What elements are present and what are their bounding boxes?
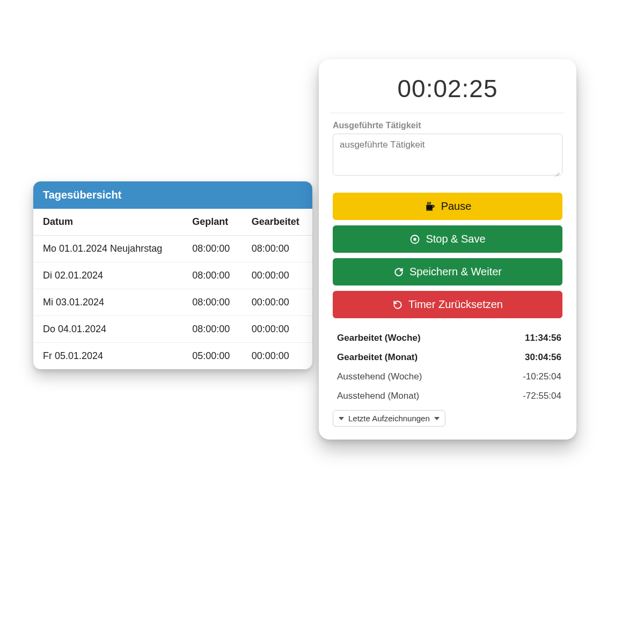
- pause-button[interactable]: Pause: [333, 193, 562, 220]
- cell-worked: 00:00:00: [242, 262, 312, 289]
- timer-display: 00:02:25: [333, 74, 562, 113]
- timer-card: 00:02:25 Ausgeführte Tätigkeit Pause: [319, 59, 576, 440]
- activity-label: Ausgeführte Tätigkeit: [333, 121, 562, 130]
- stop-circle-icon: [409, 234, 420, 245]
- pending-week-label: Ausstehend (Woche): [337, 371, 422, 382]
- svg-rect-1: [414, 238, 416, 240]
- refresh-icon: [393, 267, 404, 277]
- cell-worked: 00:00:00: [242, 316, 312, 343]
- pending-month-value: -72:55:04: [523, 391, 561, 401]
- worked-month-value: 30:04:56: [525, 352, 561, 363]
- table-row: Fr 05.01.202405:00:0000:00:00: [33, 343, 312, 370]
- pending-week-value: -10:25:04: [523, 371, 561, 382]
- cell-planned: 08:00:00: [182, 316, 241, 343]
- coffee-icon: [424, 201, 436, 212]
- cell-date: Di 02.01.2024: [33, 262, 182, 289]
- day-overview-card: Tagesübersicht Datum Geplant Gearbeitet …: [33, 181, 312, 369]
- save-continue-button[interactable]: Speichern & Weiter: [333, 258, 562, 286]
- worked-month-label: Gearbeitet (Monat): [337, 352, 418, 363]
- col-planned: Geplant: [182, 209, 241, 236]
- cell-date: Do 04.01.2024: [33, 316, 182, 343]
- undo-icon: [392, 299, 403, 310]
- recent-recordings-label: Letzte Aufzeichnungen: [348, 414, 430, 423]
- table-row: Do 04.01.202408:00:0000:00:00: [33, 316, 312, 343]
- pause-button-label: Pause: [441, 200, 472, 213]
- cell-worked: 00:00:00: [242, 289, 312, 316]
- chevron-down-icon: [434, 417, 440, 420]
- timer-summary: Gearbeitet (Woche) 11:34:56 Gearbeitet (…: [333, 328, 562, 406]
- day-overview-title: Tagesübersicht: [33, 181, 312, 209]
- cell-date[interactable]: Mo 01.01.2024 Neujahrstag: [33, 236, 182, 262]
- divider: [331, 113, 565, 113]
- cell-planned: 08:00:00: [182, 289, 241, 316]
- save-continue-button-label: Speichern & Weiter: [409, 266, 502, 278]
- activity-input[interactable]: [333, 134, 562, 175]
- table-row: Mi 03.01.202408:00:0000:00:00: [33, 289, 312, 316]
- cell-planned: 08:00:00: [182, 236, 241, 262]
- chevron-down-icon: [339, 417, 344, 420]
- table-row: Mo 01.01.2024 Neujahrstag08:00:0008:00:0…: [33, 236, 312, 262]
- worked-week-value: 11:34:56: [525, 333, 561, 343]
- col-worked: Gearbeitet: [242, 209, 312, 236]
- col-date: Datum: [33, 209, 182, 236]
- cell-worked: 00:00:00: [242, 343, 312, 370]
- day-overview-table: Datum Geplant Gearbeitet Mo 01.01.2024 N…: [33, 209, 312, 369]
- pending-month-label: Ausstehend (Monat): [337, 391, 419, 401]
- stop-save-button[interactable]: Stop & Save: [333, 225, 562, 253]
- reset-timer-button-label: Timer Zurücksetzen: [408, 298, 503, 311]
- cell-date: Fr 05.01.2024: [33, 343, 182, 370]
- recent-recordings-button[interactable]: Letzte Aufzeichnungen: [333, 410, 445, 427]
- cell-date: Mi 03.01.2024: [33, 289, 182, 316]
- cell-worked: 08:00:00: [242, 236, 312, 262]
- stop-save-button-label: Stop & Save: [426, 233, 485, 245]
- cell-planned: 05:00:00: [182, 343, 241, 370]
- cell-planned: 08:00:00: [182, 262, 241, 289]
- reset-timer-button[interactable]: Timer Zurücksetzen: [333, 291, 562, 318]
- table-row: Di 02.01.202408:00:0000:00:00: [33, 262, 312, 289]
- worked-week-label: Gearbeitet (Woche): [337, 333, 421, 343]
